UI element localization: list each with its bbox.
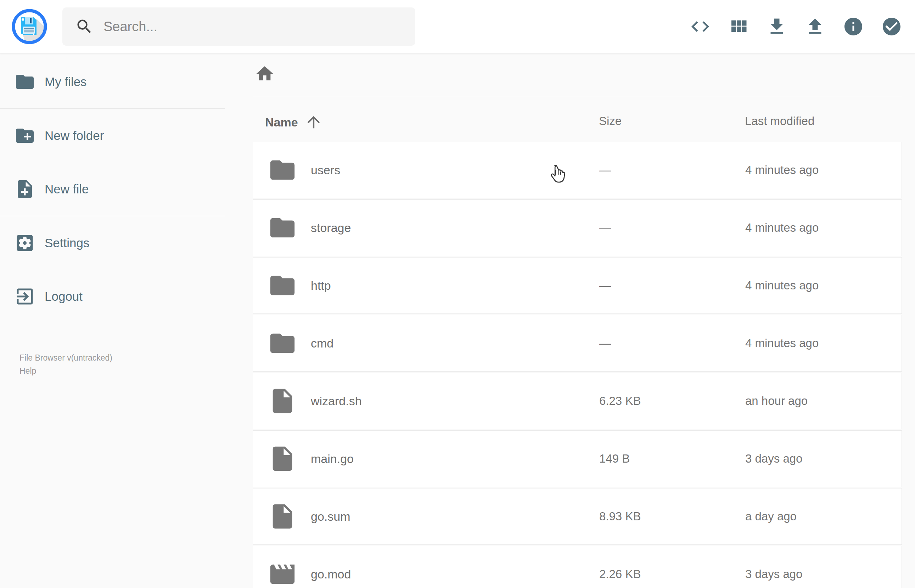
file-name: wizard.sh [311, 394, 362, 408]
home-icon[interactable] [255, 64, 275, 84]
file-icon [268, 444, 297, 473]
file-name: http [311, 279, 331, 292]
search-icon [75, 17, 94, 36]
file-list: users — 4 minutes ago storage — 4 minute… [253, 142, 902, 588]
listing-row[interactable]: main.go 149 B 3 days ago [253, 430, 902, 487]
arrow-up-icon [304, 113, 323, 131]
column-header-size[interactable]: Size [599, 115, 622, 128]
file-modified: an hour ago [745, 394, 808, 408]
sidebar: My files New folder New file Settings Lo… [0, 53, 225, 588]
grid-view-icon[interactable] [728, 16, 749, 37]
file-size: 8.93 KB [599, 510, 641, 523]
folder-icon [268, 213, 297, 242]
breadcrumb-divider [253, 97, 902, 97]
listing-row[interactable]: users — 4 minutes ago [253, 142, 902, 199]
topbar-actions [690, 0, 902, 53]
listing-row[interactable]: go.sum 8.93 KB a day ago [253, 488, 902, 545]
file-size: — [599, 279, 611, 292]
listing-row[interactable]: storage — 4 minutes ago [253, 199, 902, 256]
sidebar-item-new-folder[interactable]: New folder [0, 109, 225, 162]
file-modified: 4 minutes ago [745, 336, 819, 350]
listing-row[interactable]: go.mod 2.26 KB 3 days ago [253, 546, 902, 588]
top-bar [0, 0, 915, 53]
listing-row[interactable]: cmd — 4 minutes ago [253, 315, 902, 372]
column-header-name[interactable]: Name [265, 113, 323, 131]
folder-icon [268, 329, 297, 358]
sidebar-item-my-files[interactable]: My files [0, 55, 225, 108]
listing-row[interactable]: wizard.sh 6.23 KB an hour ago [253, 373, 902, 429]
file-modified: 4 minutes ago [745, 163, 819, 177]
file-size: — [599, 163, 611, 177]
file-icon [268, 502, 297, 531]
file-size: 149 B [599, 452, 630, 465]
folder-icon [14, 71, 36, 92]
folder-icon [268, 155, 297, 184]
file-icon [268, 386, 297, 415]
info-icon[interactable] [843, 16, 864, 37]
app-logo [12, 9, 47, 44]
sidebar-item-label: New folder [45, 129, 104, 143]
download-icon[interactable] [766, 16, 787, 37]
help-link[interactable]: Help [19, 365, 112, 377]
movie-icon [268, 560, 297, 588]
column-header-modified[interactable]: Last modified [745, 115, 814, 128]
search-input[interactable] [103, 19, 395, 35]
file-size: — [599, 221, 611, 234]
logout-icon [14, 286, 36, 307]
create-new-folder-icon [14, 125, 36, 146]
file-modified: a day ago [745, 510, 797, 523]
file-listing-area: Name Size Last modified users — 4 minute… [253, 53, 902, 588]
folder-icon [268, 271, 297, 300]
file-modified: 4 minutes ago [745, 221, 819, 234]
file-name: go.sum [311, 510, 351, 523]
app-version-text: File Browser v(untracked) [19, 353, 112, 362]
select-multiple-icon[interactable] [881, 16, 902, 37]
sidebar-footer: File Browser v(untracked) Help [19, 352, 112, 377]
file-size: 2.26 KB [599, 567, 641, 581]
listing-row[interactable]: http — 4 minutes ago [253, 257, 902, 314]
code-icon[interactable] [690, 16, 711, 37]
file-name: main.go [311, 452, 354, 466]
sidebar-item-label: Settings [45, 236, 89, 250]
file-size: 6.23 KB [599, 394, 641, 408]
file-size: — [599, 336, 611, 350]
settings-icon [14, 233, 36, 254]
floppy-disk-logo-icon [12, 9, 47, 44]
upload-icon[interactable] [804, 16, 826, 37]
file-modified: 3 days ago [745, 452, 802, 465]
sidebar-item-label: My files [45, 75, 87, 89]
sidebar-item-label: Logout [45, 289, 82, 304]
listing-header: Name Size Last modified [253, 110, 902, 131]
column-name-label: Name [265, 115, 298, 129]
file-name: go.mod [311, 567, 351, 581]
sidebar-item-settings[interactable]: Settings [0, 216, 225, 270]
note-add-icon [14, 179, 36, 200]
search-bar[interactable] [62, 7, 415, 46]
file-name: cmd [311, 336, 333, 351]
file-modified: 4 minutes ago [745, 279, 819, 292]
sidebar-item-new-file[interactable]: New file [0, 162, 225, 216]
file-modified: 3 days ago [745, 567, 802, 581]
sidebar-item-logout[interactable]: Logout [0, 270, 225, 323]
file-name: storage [311, 221, 351, 235]
file-name: users [311, 163, 340, 177]
sidebar-item-label: New file [45, 182, 89, 196]
